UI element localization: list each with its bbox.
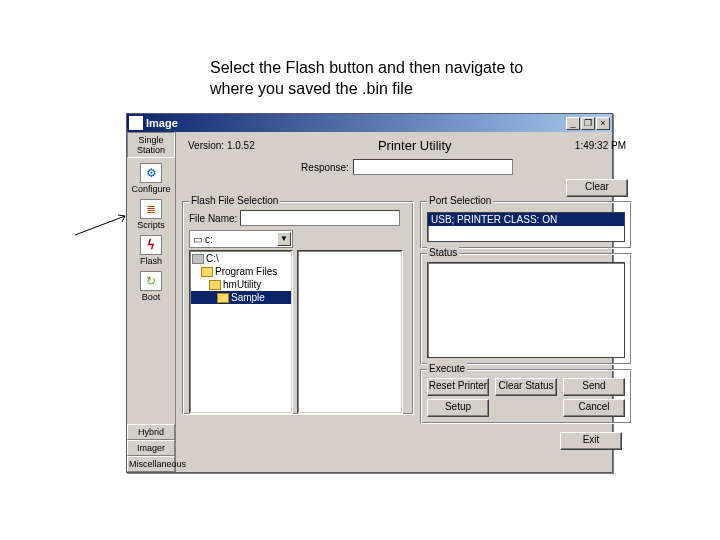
setup-button[interactable]: Setup	[427, 399, 489, 417]
folder-label: Sample	[231, 291, 265, 304]
drive-select[interactable]: ▭ c: ▼	[189, 230, 293, 248]
flash-icon: ϟ	[140, 235, 162, 255]
close-button[interactable]: ×	[596, 117, 610, 130]
folder-open-icon	[209, 280, 221, 290]
app-icon	[129, 116, 143, 130]
sidebar-section-imager[interactable]: Imager	[127, 440, 175, 456]
port-list[interactable]: USB; PRINTER CLASS: ON	[427, 212, 625, 242]
main-panel: Version: 1.0.52 Printer Utility 1:49:32 …	[176, 132, 638, 472]
version-label: Version: 1.0.52	[188, 140, 255, 151]
group-label: Execute	[427, 363, 467, 374]
flash-file-selection-group: Flash File Selection File Name: ▭ c:	[182, 201, 414, 415]
reset-printer-button[interactable]: Reset Printer	[427, 378, 489, 396]
clear-status-button[interactable]: Clear Status	[495, 378, 557, 396]
folder-open-icon	[201, 267, 213, 277]
scripts-icon: ≣	[140, 199, 162, 219]
send-button[interactable]: Send	[563, 378, 625, 396]
svg-line-0	[75, 216, 125, 235]
page-title: Printer Utility	[378, 138, 452, 153]
configure-icon: ⚙	[140, 163, 162, 183]
clear-button[interactable]: Clear	[566, 179, 628, 197]
group-label: Flash File Selection	[189, 195, 280, 206]
response-input[interactable]	[353, 159, 513, 175]
sidebar-item-boot[interactable]: ↻ Boot	[129, 269, 173, 305]
drive-value: c:	[205, 234, 213, 245]
port-item-selected[interactable]: USB; PRINTER CLASS: ON	[428, 213, 624, 226]
folder-label: C:\	[206, 252, 219, 265]
time-label: 1:49:32 PM	[575, 140, 626, 151]
response-label: Response:	[301, 162, 349, 173]
group-label: Port Selection	[427, 195, 493, 206]
drive-icon	[192, 254, 204, 264]
port-selection-group: Port Selection USB; PRINTER CLASS: ON	[420, 201, 632, 249]
minimize-button[interactable]: _	[566, 117, 580, 130]
status-area	[427, 262, 625, 358]
sidebar-item-flash[interactable]: ϟ Flash	[129, 233, 173, 269]
folder-open-icon	[217, 293, 229, 303]
sidebar-item-label: Flash	[140, 256, 162, 266]
folder-label: Program Files	[215, 265, 277, 278]
folder-item-selected[interactable]: Sample	[191, 291, 291, 304]
group-label: Status	[427, 247, 459, 258]
titlebar[interactable]: Image _ ❐ ×	[127, 114, 612, 132]
folder-item[interactable]: C:\	[191, 252, 291, 265]
sidebar-item-label: Boot	[142, 292, 161, 302]
chevron-down-icon[interactable]: ▼	[277, 232, 291, 246]
drive-icon: ▭	[193, 234, 202, 245]
exit-button[interactable]: Exit	[560, 432, 622, 450]
restore-button[interactable]: ❐	[581, 117, 595, 130]
sidebar-section-miscellaneous[interactable]: Miscellaneous	[127, 456, 175, 472]
execute-group: Execute Reset Printer Clear Status Send …	[420, 369, 632, 424]
cancel-button[interactable]: Cancel	[563, 399, 625, 417]
folder-item[interactable]: hmUtility	[191, 278, 291, 291]
folder-label: hmUtility	[223, 278, 261, 291]
folder-item[interactable]: Program Files	[191, 265, 291, 278]
boot-icon: ↻	[140, 271, 162, 291]
file-name-label: File Name:	[189, 213, 237, 224]
folder-tree[interactable]: C:\ Program Files hmUtility	[189, 250, 293, 414]
app-window: Image _ ❐ × Single Station ⚙ Configure ≣…	[126, 113, 613, 473]
file-list[interactable]	[297, 250, 403, 414]
sidebar-item-configure[interactable]: ⚙ Configure	[129, 161, 173, 197]
sidebar-item-scripts[interactable]: ≣ Scripts	[129, 197, 173, 233]
sidebar-section-single-station[interactable]: Single Station	[127, 132, 175, 158]
sidebar: Single Station ⚙ Configure ≣ Scripts ϟ F…	[127, 132, 176, 472]
sidebar-section-hybrid[interactable]: Hybrid	[127, 424, 175, 440]
instruction-text: Select the Flash button and then navigat…	[210, 58, 540, 100]
sidebar-item-label: Configure	[131, 184, 170, 194]
window-title: Image	[146, 117, 565, 129]
file-name-input[interactable]	[240, 210, 400, 226]
sidebar-item-label: Scripts	[137, 220, 165, 230]
status-group: Status	[420, 253, 632, 365]
